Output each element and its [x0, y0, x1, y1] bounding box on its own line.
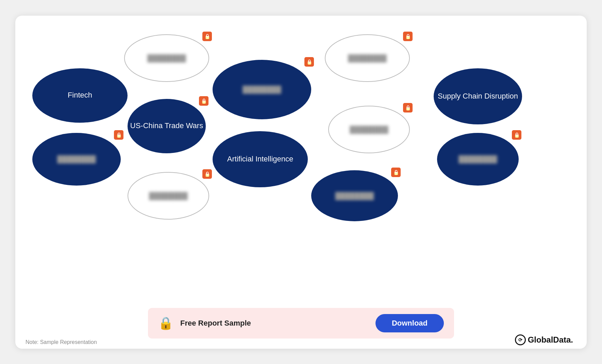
download-button[interactable]: Download: [375, 314, 444, 332]
ellipse-shape-locked-left-middle: ████████: [32, 133, 121, 186]
ellipse-locked-top-center-left: ████████: [124, 34, 209, 82]
ellipse-locked-mid-right-outline: ████████: [328, 106, 410, 153]
diagram-area: Fintech████████US-China Trade Wars██████…: [15, 16, 587, 308]
ellipse-shape-locked-far-right-filled: ████████: [437, 133, 519, 186]
ellipse-locked-top-right-outline: ████████: [325, 34, 410, 82]
main-card: Fintech████████US-China Trade Wars██████…: [15, 16, 587, 349]
blurred-label-locked-bottom-center: ████████: [149, 191, 187, 200]
ellipse-shape-locked-top-right-outline: ████████: [325, 34, 410, 82]
ellipse-us-china: US-China Trade Wars: [128, 99, 206, 153]
blurred-label-locked-left-middle: ████████: [57, 155, 96, 163]
ellipse-shape-locked-bottom-center: ████████: [128, 172, 209, 220]
ellipse-locked-center-big: ████████: [213, 60, 311, 119]
lock-icon-locked-far-right-filled: [512, 130, 521, 140]
globaldata-logo: ⟳ GlobalData.: [515, 334, 573, 345]
blurred-label-locked-top-center-left: ████████: [147, 54, 186, 63]
ellipse-supply-chain: Supply Chain Disruption: [434, 68, 522, 124]
ellipse-shape-locked-center-big: ████████: [213, 60, 311, 119]
free-report-bar: 🔒 Free Report Sample Download: [148, 308, 454, 339]
ellipse-shape-supply-chain: Supply Chain Disruption: [434, 68, 522, 124]
lock-icon-locked-center-big: [304, 57, 314, 67]
lock-icon-locked-top-right-outline: [403, 32, 413, 41]
ellipse-locked-bottom-center: ████████: [128, 172, 209, 220]
ellipse-locked-left-middle: ████████: [32, 133, 121, 186]
lock-icon-bar: 🔒: [158, 316, 173, 330]
ellipse-locked-far-right-filled: ████████: [437, 133, 519, 186]
ellipse-shape-locked-mid-right-outline: ████████: [328, 106, 410, 153]
blurred-label-locked-center-big: ████████: [243, 85, 281, 94]
logo-icon: ⟳: [515, 334, 526, 345]
ellipse-shape-locked-top-center-left: ████████: [124, 34, 209, 82]
ellipse-shape-fintech: Fintech: [32, 68, 128, 123]
blurred-label-locked-top-right-outline: ████████: [348, 54, 386, 63]
blurred-label-locked-far-right-filled: ████████: [458, 155, 497, 163]
lock-icon-locked-mid-right-outline: [403, 103, 413, 112]
ellipse-shape-us-china: US-China Trade Wars: [128, 99, 206, 153]
blurred-label-locked-mid-right-outline: ████████: [350, 125, 388, 134]
logo-text: GlobalData.: [528, 335, 573, 345]
blurred-label-locked-bottom-right-filled: ████████: [335, 191, 374, 200]
lock-icon-locked-left-middle: [114, 130, 123, 140]
lock-icon-us-china: [199, 96, 208, 106]
lock-icon-locked-bottom-right-filled: [391, 168, 401, 177]
free-report-label: Free Report Sample: [180, 319, 369, 328]
ellipse-shape-artificial-intelligence: Artificial Intelligence: [213, 131, 308, 187]
lock-icon-locked-bottom-center: [202, 169, 212, 179]
ellipse-fintech: Fintech: [32, 68, 128, 123]
ellipse-locked-bottom-right-filled: ████████: [311, 170, 398, 221]
lock-icon-locked-top-center-left: [202, 32, 212, 41]
footer-note: Note: Sample Representation: [26, 339, 97, 345]
ellipse-artificial-intelligence: Artificial Intelligence: [213, 131, 308, 187]
ellipse-shape-locked-bottom-right-filled: ████████: [311, 170, 398, 221]
